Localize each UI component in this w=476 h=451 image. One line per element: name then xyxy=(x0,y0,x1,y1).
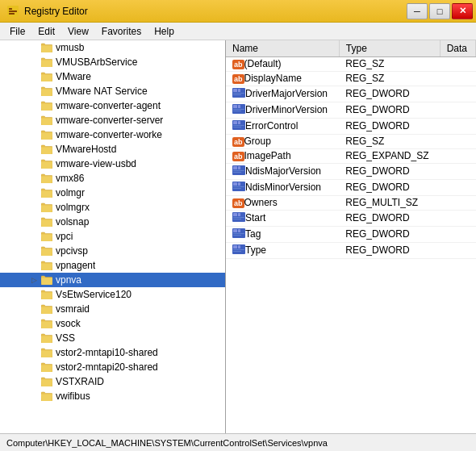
svg-rect-11 xyxy=(238,105,240,108)
tree-item[interactable]: VMware xyxy=(0,69,225,84)
tree-toggle-icon xyxy=(27,361,40,374)
tree-item[interactable]: volmgrx xyxy=(0,200,225,215)
tree-item[interactable]: vpcivsp xyxy=(0,244,225,258)
svg-rect-32 xyxy=(233,217,244,218)
tree-item[interactable]: VMwareHostd xyxy=(0,142,225,157)
tree-toggle-icon xyxy=(27,375,40,388)
tree-item[interactable]: volsnap xyxy=(0,215,225,229)
table-row[interactable]: NdisMajorVersionREG_DWORD xyxy=(226,163,476,179)
value-type-cell: REG_DWORD xyxy=(339,163,440,179)
value-name-cell: abOwners xyxy=(226,195,339,210)
menu-item-help[interactable]: Help xyxy=(148,24,181,39)
title-text: Registry Editor xyxy=(24,6,88,17)
table-row[interactable]: abGroupREG_SZ xyxy=(226,134,476,148)
tree-toggle-icon xyxy=(27,215,40,228)
tree-toggle-icon xyxy=(27,114,40,127)
tree-item[interactable]: vsmraid xyxy=(0,302,225,316)
tree-item-label: vpci xyxy=(56,231,73,242)
menu-item-file[interactable]: File xyxy=(3,24,31,39)
tree-item[interactable]: vmware-converter-worke xyxy=(0,127,225,142)
tree-item-label: volsnap xyxy=(56,216,89,228)
value-name-cell: ErrorControl xyxy=(226,118,339,134)
table-row[interactable]: ErrorControlREG_DWORD xyxy=(226,118,476,134)
menu-item-edit[interactable]: Edit xyxy=(31,24,61,39)
folder-icon xyxy=(40,274,53,286)
col-header-data[interactable]: Data xyxy=(440,40,475,56)
tree-item[interactable]: vmware-view-usbd xyxy=(0,157,225,171)
table-row[interactable]: ab(Default)REG_SZ xyxy=(226,56,476,71)
tree-item[interactable]: vstor2-mntapi20-shared xyxy=(0,360,225,374)
tree-item[interactable]: vstor2-mntapi10-shared xyxy=(0,345,225,360)
folder-icon xyxy=(40,332,53,345)
tree-item[interactable]: volmgr xyxy=(0,186,225,200)
close-button[interactable]: ✕ xyxy=(452,3,473,19)
col-header-type[interactable]: Type xyxy=(339,40,440,56)
tree-item[interactable]: VSTXRAID xyxy=(0,374,225,389)
tree-item[interactable]: vmusb xyxy=(0,40,225,55)
tree-item[interactable]: vmx86 xyxy=(0,171,225,186)
value-name-cell: abGroup xyxy=(226,134,339,148)
tree-item[interactable]: VsEtwService120 xyxy=(0,287,225,302)
maximize-button[interactable]: □ xyxy=(429,3,450,19)
tree-item[interactable]: ▷ vpnva xyxy=(0,273,225,287)
tree-item-label: vstor2-mntapi10-shared xyxy=(56,347,158,358)
tree-item[interactable]: VMUSBArbService xyxy=(0,55,225,69)
svg-rect-22 xyxy=(233,170,244,171)
value-name-text: Tag xyxy=(245,228,261,240)
svg-rect-35 xyxy=(233,229,237,232)
dword-icon xyxy=(232,165,245,178)
dword-icon xyxy=(232,181,245,194)
svg-rect-28 xyxy=(233,188,241,189)
tree-item[interactable]: vsock xyxy=(0,316,225,331)
table-row[interactable]: DriverMinorVersionREG_DWORD xyxy=(226,102,476,118)
value-name-text: ErrorControl xyxy=(245,120,298,132)
folder-icon xyxy=(40,157,53,170)
table-row[interactable]: abImagePathREG_EXPAND_SZ xyxy=(226,148,476,163)
tree-toggle-icon xyxy=(27,143,40,156)
svg-rect-42 xyxy=(233,249,244,250)
value-name-cell: Type xyxy=(226,242,339,258)
folder-icon xyxy=(40,317,53,330)
value-data-cell xyxy=(440,118,475,134)
svg-rect-38 xyxy=(233,235,241,236)
value-data-cell xyxy=(440,134,475,148)
svg-rect-26 xyxy=(238,182,240,186)
tree-item[interactable]: vmware-converter-server xyxy=(0,113,225,127)
tree-item-label: volmgrx xyxy=(56,202,90,213)
value-data-cell xyxy=(440,86,475,102)
tree-item-label: VSS xyxy=(56,332,75,344)
svg-rect-21 xyxy=(238,166,240,169)
table-row[interactable]: StartREG_DWORD xyxy=(226,210,476,226)
tree-toggle-icon[interactable]: ▷ xyxy=(27,274,40,286)
table-row[interactable]: TagREG_DWORD xyxy=(226,226,476,242)
table-row[interactable]: abDisplayNameREG_SZ xyxy=(226,71,476,86)
table-row[interactable]: abOwnersREG_MULTI_SZ xyxy=(226,195,476,210)
col-header-name[interactable]: Name xyxy=(226,40,339,56)
menu-bar: FileEditViewFavoritesHelp xyxy=(0,23,476,40)
tree-item[interactable]: vmware-converter-agent xyxy=(0,98,225,113)
app-icon xyxy=(6,5,19,18)
tree-item[interactable]: vwifibus xyxy=(0,389,225,403)
value-name-text: (Default) xyxy=(244,58,282,69)
tree-panel[interactable]: vmusb VMUSBArbService VMware VMware NAT … xyxy=(0,40,226,433)
minimize-button[interactable]: ─ xyxy=(407,3,428,19)
folder-icon xyxy=(40,230,53,243)
svg-rect-5 xyxy=(233,89,237,92)
tree-item[interactable]: vpci xyxy=(0,229,225,244)
tree-item-label: vmware-converter-server xyxy=(56,115,163,126)
menu-item-view[interactable]: View xyxy=(61,24,95,39)
menu-item-favorites[interactable]: Favorites xyxy=(95,24,148,39)
tree-toggle-icon xyxy=(27,259,40,272)
values-panel[interactable]: Name Type Data ab(Default)REG_SZabDispla… xyxy=(226,40,476,433)
svg-rect-16 xyxy=(238,121,240,124)
svg-rect-15 xyxy=(233,121,237,124)
tree-item[interactable]: VMware NAT Service xyxy=(0,84,225,98)
table-row[interactable]: DriverMajorVersionREG_DWORD xyxy=(226,86,476,102)
tree-item[interactable]: VSS xyxy=(0,331,225,345)
table-row[interactable]: NdisMinorVersionREG_DWORD xyxy=(226,179,476,195)
tree-toggle-icon xyxy=(27,41,40,54)
tree-toggle-icon xyxy=(27,390,40,403)
tree-item[interactable]: vpnagent xyxy=(0,258,225,273)
table-row[interactable]: TypeREG_DWORD xyxy=(226,242,476,258)
svg-rect-30 xyxy=(233,213,237,216)
